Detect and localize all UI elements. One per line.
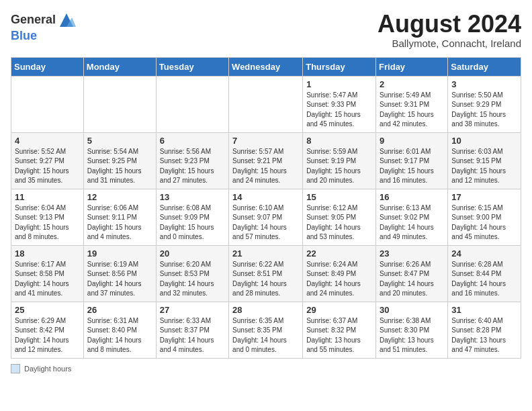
day-number: 12 (87, 192, 152, 202)
calendar-cell: 26Sunrise: 6:31 AM Sunset: 8:40 PM Dayli… (83, 302, 156, 358)
day-number: 11 (15, 192, 80, 202)
calendar-cell: 24Sunrise: 6:28 AM Sunset: 8:44 PM Dayli… (448, 245, 521, 302)
day-info: Sunrise: 5:47 AM Sunset: 9:33 PM Dayligh… (306, 91, 372, 130)
calendar-cell: 15Sunrise: 6:12 AM Sunset: 9:05 PM Dayli… (303, 189, 376, 245)
calendar-cell: 25Sunrise: 6:29 AM Sunset: 8:42 PM Dayli… (11, 302, 84, 358)
day-number: 16 (380, 192, 444, 202)
calendar-cell: 5Sunrise: 5:54 AM Sunset: 9:25 PM Daylig… (83, 132, 156, 189)
day-info: Sunrise: 6:33 AM Sunset: 8:37 PM Dayligh… (160, 316, 225, 355)
day-info: Sunrise: 6:20 AM Sunset: 8:53 PM Dayligh… (160, 260, 225, 299)
day-of-week-header: Sunday (11, 57, 84, 76)
day-info: Sunrise: 6:04 AM Sunset: 9:13 PM Dayligh… (15, 203, 80, 242)
day-number: 24 (451, 248, 517, 259)
day-info: Sunrise: 6:19 AM Sunset: 8:56 PM Dayligh… (87, 260, 152, 299)
day-info: Sunrise: 5:52 AM Sunset: 9:27 PM Dayligh… (15, 147, 80, 186)
day-info: Sunrise: 6:26 AM Sunset: 8:47 PM Dayligh… (380, 260, 444, 299)
logo-icon (57, 11, 76, 30)
calendar-table: SundayMondayTuesdayWednesdayThursdayFrid… (11, 57, 521, 359)
calendar-cell: 1Sunrise: 5:47 AM Sunset: 9:33 PM Daylig… (303, 76, 376, 132)
calendar-cell: 10Sunrise: 6:03 AM Sunset: 9:15 PM Dayli… (448, 132, 521, 189)
day-info: Sunrise: 6:29 AM Sunset: 8:42 PM Dayligh… (15, 316, 80, 355)
calendar-cell: 29Sunrise: 6:37 AM Sunset: 8:32 PM Dayli… (303, 302, 376, 358)
calendar-cell: 19Sunrise: 6:19 AM Sunset: 8:56 PM Dayli… (83, 245, 156, 302)
calendar-week-row: 25Sunrise: 6:29 AM Sunset: 8:42 PM Dayli… (11, 302, 521, 358)
day-number: 15 (306, 192, 372, 202)
calendar-cell: 2Sunrise: 5:49 AM Sunset: 9:31 PM Daylig… (376, 76, 448, 132)
calendar-cell: 16Sunrise: 6:13 AM Sunset: 9:02 PM Dayli… (376, 189, 448, 245)
day-number: 5 (87, 136, 152, 146)
calendar-cell: 14Sunrise: 6:10 AM Sunset: 9:07 PM Dayli… (229, 189, 303, 245)
calendar-header-row: SundayMondayTuesdayWednesdayThursdayFrid… (11, 57, 521, 76)
day-number: 2 (380, 79, 444, 89)
day-of-week-header: Tuesday (156, 57, 228, 76)
day-of-week-header: Saturday (448, 57, 521, 76)
calendar-week-row: 11Sunrise: 6:04 AM Sunset: 9:13 PM Dayli… (11, 189, 521, 245)
footer-label: Daylight hours (24, 365, 71, 373)
day-info: Sunrise: 5:56 AM Sunset: 9:23 PM Dayligh… (160, 147, 225, 186)
calendar-cell: 23Sunrise: 6:26 AM Sunset: 8:47 PM Dayli… (376, 245, 448, 302)
day-number: 18 (15, 248, 80, 259)
logo-general: General (11, 13, 56, 27)
day-info: Sunrise: 6:28 AM Sunset: 8:44 PM Dayligh… (451, 260, 517, 299)
calendar-cell: 22Sunrise: 6:24 AM Sunset: 8:49 PM Dayli… (303, 245, 376, 302)
day-number: 17 (451, 192, 517, 202)
calendar-cell (83, 76, 156, 132)
day-info: Sunrise: 6:24 AM Sunset: 8:49 PM Dayligh… (306, 260, 372, 299)
day-number: 6 (160, 136, 225, 146)
calendar-cell: 8Sunrise: 5:59 AM Sunset: 9:19 PM Daylig… (303, 132, 376, 189)
day-info: Sunrise: 6:38 AM Sunset: 8:30 PM Dayligh… (380, 316, 444, 355)
day-info: Sunrise: 6:08 AM Sunset: 9:09 PM Dayligh… (160, 203, 225, 242)
day-number: 23 (380, 248, 444, 259)
day-number: 3 (451, 79, 517, 89)
day-number: 1 (306, 79, 372, 89)
day-info: Sunrise: 5:50 AM Sunset: 9:29 PM Dayligh… (451, 91, 517, 130)
calendar-cell: 27Sunrise: 6:33 AM Sunset: 8:37 PM Dayli… (156, 302, 228, 358)
day-info: Sunrise: 6:17 AM Sunset: 8:58 PM Dayligh… (15, 260, 80, 299)
calendar-cell (229, 76, 303, 132)
calendar-cell: 31Sunrise: 6:40 AM Sunset: 8:28 PM Dayli… (448, 302, 521, 358)
day-number: 22 (306, 248, 372, 259)
day-info: Sunrise: 6:06 AM Sunset: 9:11 PM Dayligh… (87, 203, 152, 242)
calendar-subtitle: Ballymote, Connacht, Ireland (378, 38, 521, 49)
day-number: 4 (15, 136, 80, 146)
calendar-week-row: 4Sunrise: 5:52 AM Sunset: 9:27 PM Daylig… (11, 132, 521, 189)
logo: General Blue (11, 11, 76, 43)
day-of-week-header: Wednesday (229, 57, 303, 76)
day-info: Sunrise: 6:03 AM Sunset: 9:15 PM Dayligh… (451, 147, 517, 186)
day-info: Sunrise: 6:31 AM Sunset: 8:40 PM Dayligh… (87, 316, 152, 355)
page-header: General Blue August 2024 Ballymote, Conn… (11, 11, 521, 49)
calendar-cell: 13Sunrise: 6:08 AM Sunset: 9:09 PM Dayli… (156, 189, 228, 245)
day-info: Sunrise: 6:12 AM Sunset: 9:05 PM Dayligh… (306, 203, 372, 242)
calendar-cell: 3Sunrise: 5:50 AM Sunset: 9:29 PM Daylig… (448, 76, 521, 132)
calendar-title: August 2024 (378, 11, 521, 38)
day-number: 25 (15, 305, 80, 315)
day-number: 27 (160, 305, 225, 315)
day-number: 7 (232, 136, 299, 146)
day-info: Sunrise: 5:59 AM Sunset: 9:19 PM Dayligh… (306, 147, 372, 186)
calendar-cell: 20Sunrise: 6:20 AM Sunset: 8:53 PM Dayli… (156, 245, 228, 302)
day-info: Sunrise: 6:01 AM Sunset: 9:17 PM Dayligh… (380, 147, 444, 186)
calendar-cell: 9Sunrise: 6:01 AM Sunset: 9:17 PM Daylig… (376, 132, 448, 189)
calendar-cell: 6Sunrise: 5:56 AM Sunset: 9:23 PM Daylig… (156, 132, 228, 189)
day-number: 30 (380, 305, 444, 315)
day-info: Sunrise: 6:15 AM Sunset: 9:00 PM Dayligh… (451, 203, 517, 242)
day-number: 13 (160, 192, 225, 202)
calendar-cell (156, 76, 228, 132)
calendar-week-row: 18Sunrise: 6:17 AM Sunset: 8:58 PM Dayli… (11, 245, 521, 302)
calendar-cell: 21Sunrise: 6:22 AM Sunset: 8:51 PM Dayli… (229, 245, 303, 302)
day-info: Sunrise: 6:22 AM Sunset: 8:51 PM Dayligh… (232, 260, 299, 299)
day-number: 14 (232, 192, 299, 202)
day-info: Sunrise: 6:35 AM Sunset: 8:35 PM Dayligh… (232, 316, 299, 355)
day-of-week-header: Monday (83, 57, 156, 76)
day-info: Sunrise: 6:10 AM Sunset: 9:07 PM Dayligh… (232, 203, 299, 242)
day-number: 9 (380, 136, 444, 146)
day-info: Sunrise: 5:57 AM Sunset: 9:21 PM Dayligh… (232, 147, 299, 186)
day-number: 29 (306, 305, 372, 315)
day-info: Sunrise: 6:40 AM Sunset: 8:28 PM Dayligh… (451, 316, 517, 355)
calendar-cell: 11Sunrise: 6:04 AM Sunset: 9:13 PM Dayli… (11, 189, 84, 245)
day-number: 26 (87, 305, 152, 315)
day-number: 10 (451, 136, 517, 146)
day-number: 20 (160, 248, 225, 259)
day-of-week-header: Thursday (303, 57, 376, 76)
day-info: Sunrise: 6:37 AM Sunset: 8:32 PM Dayligh… (306, 316, 372, 355)
